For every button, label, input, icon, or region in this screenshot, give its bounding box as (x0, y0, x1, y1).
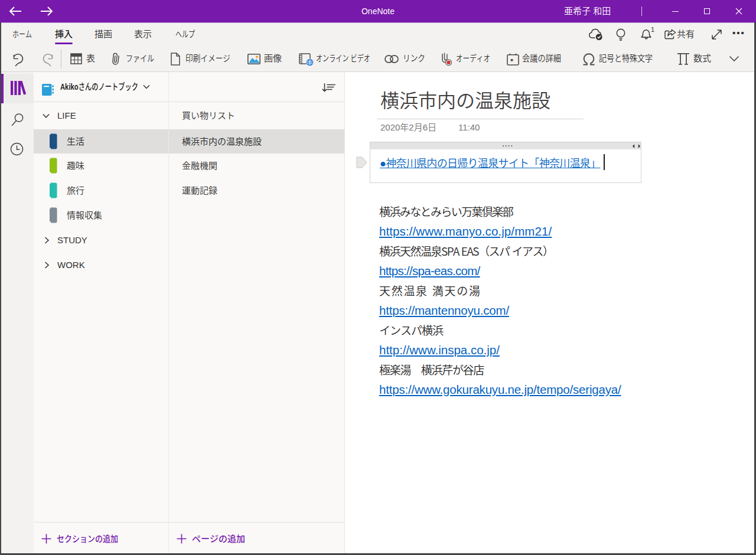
svg-text:1: 1 (651, 27, 654, 33)
